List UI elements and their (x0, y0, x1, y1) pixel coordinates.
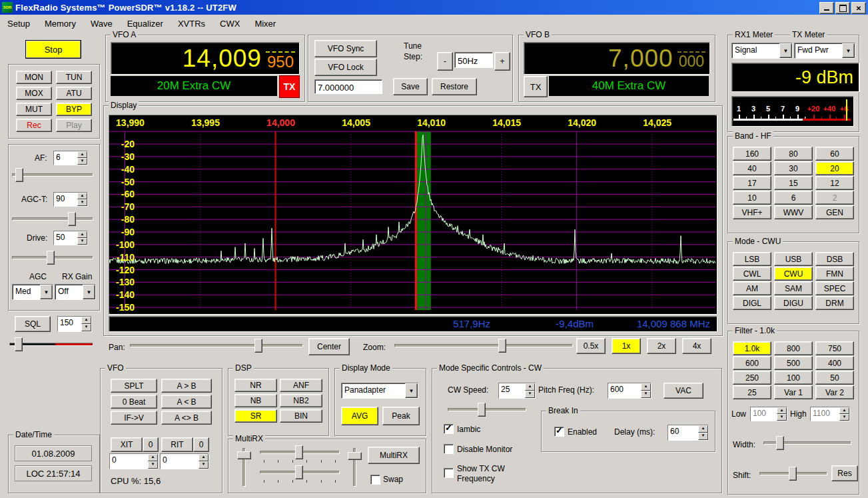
slider-thumb[interactable] (776, 436, 784, 450)
slider-thumb[interactable] (254, 339, 262, 353)
multirx-sub-volume-slider[interactable] (348, 448, 361, 487)
vfo-button-a-b[interactable]: A > B (161, 379, 212, 393)
mode-button-digl[interactable]: DIGL (733, 296, 771, 310)
mode-button-spec[interactable]: SPEC (815, 281, 854, 295)
filter-shift-slider[interactable] (759, 467, 827, 480)
mode-button-fmn[interactable]: FMN (815, 267, 854, 281)
mode-button-dsb[interactable]: DSB (815, 252, 854, 266)
band-button-2[interactable]: 2 (815, 191, 854, 205)
chevron-down-icon[interactable]: ▼ (40, 285, 53, 299)
title-bar[interactable]: SDR FlexRadio Systems™ PowerSDR™ v1.18.2… (0, 0, 868, 15)
menu-setup[interactable]: Setup (0, 17, 37, 31)
transport-button-byp[interactable]: BYP (56, 103, 92, 116)
memory-frequency-input[interactable] (314, 79, 382, 94)
menu-mixer[interactable]: Mixer (247, 17, 283, 31)
sql-stepper[interactable]: 150▲▼ (57, 316, 92, 332)
vfo-button-a-b[interactable]: A < B (161, 395, 212, 409)
filter-button-750[interactable]: 750 (815, 341, 854, 355)
restore-button[interactable]: Restore (432, 78, 477, 95)
zoom-button-0.5x[interactable]: 0.5x (576, 338, 606, 354)
slider-thumb[interactable] (295, 465, 303, 479)
slider-track[interactable] (12, 173, 93, 177)
af-slider[interactable] (12, 168, 93, 181)
vfoa-tx-indicator[interactable]: TX (279, 75, 300, 98)
pitch-freq-stepper[interactable]: 600▲▼ (608, 383, 651, 399)
multirx-button[interactable]: MultiRX (368, 447, 420, 464)
pan-slider[interactable] (130, 339, 303, 352)
slider-track[interactable] (12, 217, 93, 221)
dsp-button-sr[interactable]: SR (234, 409, 277, 423)
slider-thumb[interactable] (789, 467, 797, 481)
filter-button-1.0k[interactable]: 1.0k (733, 341, 771, 355)
mode-button-am[interactable]: AM (733, 281, 771, 295)
sql-button[interactable]: SQL (15, 316, 51, 332)
vfo-lock-button[interactable]: VFO Lock (314, 59, 377, 76)
break-in-enabled-checkbox[interactable] (554, 427, 564, 437)
dsp-button-anf[interactable]: ANF (280, 379, 322, 392)
dsp-button-bin[interactable]: BIN (280, 409, 322, 423)
rit-stepper[interactable]: 0▲▼ (160, 453, 209, 469)
filter-button-400[interactable]: 400 (815, 356, 854, 370)
filter-button-50[interactable]: 50 (815, 371, 854, 385)
band-button-160[interactable]: 160 (733, 147, 771, 161)
af-stepper[interactable]: 6▲▼ (53, 151, 88, 165)
band-button-15[interactable]: 15 (774, 176, 813, 190)
band-button-80[interactable]: 80 (774, 147, 813, 161)
chevron-down-icon[interactable]: ▼ (842, 43, 855, 58)
xit-button[interactable]: XIT (111, 437, 143, 452)
tune-step-up-button[interactable]: + (494, 52, 510, 71)
swap-checkbox[interactable] (370, 475, 380, 485)
vfo-sync-button[interactable]: VFO Sync (314, 40, 377, 57)
filter-button-var-2[interactable]: Var 2 (815, 385, 854, 399)
vfoa-frequency-display[interactable]: 14,009 950 (111, 42, 300, 75)
slider-thumb[interactable] (498, 339, 506, 353)
filter-low-stepper[interactable]: 100▲▼ (750, 407, 787, 421)
delay-stepper[interactable]: 60▲▼ (667, 425, 709, 441)
band-button-10[interactable]: 10 (733, 191, 771, 205)
vfob-frequency-display[interactable]: 7,000 000 (524, 42, 710, 75)
cw-speed-slider[interactable] (448, 403, 526, 416)
chevron-down-icon[interactable]: ▼ (83, 285, 95, 299)
menu-equalizer[interactable]: Equalizer (120, 17, 171, 31)
show-tx-cw-checkbox[interactable] (444, 468, 454, 478)
dsp-button-nb[interactable]: NB (234, 394, 277, 407)
mode-button-usb[interactable]: USB (774, 252, 813, 266)
slider-thumb[interactable] (237, 451, 251, 459)
menu-cwx[interactable]: CWX (213, 17, 247, 31)
minimize-button[interactable] (819, 2, 834, 14)
zoom-button-1x[interactable]: 1x (612, 338, 641, 354)
dsp-button-nb2[interactable]: NB2 (280, 394, 322, 407)
filter-shift-reset-button[interactable]: Res (831, 465, 858, 481)
vfo-button-splt[interactable]: SPLT (111, 379, 157, 393)
vfo-button-if-v[interactable]: IF->V (111, 411, 157, 425)
band-button-60[interactable]: 60 (815, 147, 854, 161)
band-button-vhf+[interactable]: VHF+ (733, 205, 771, 219)
transport-button-tun[interactable]: TUN (56, 71, 92, 84)
slider-thumb[interactable] (47, 251, 55, 265)
menu-memory[interactable]: Memory (37, 17, 83, 31)
band-button-gen[interactable]: GEN (815, 205, 854, 219)
menu-xvtrs[interactable]: XVTRs (171, 17, 213, 31)
zoom-button-4x[interactable]: 4x (682, 338, 711, 354)
band-button-30[interactable]: 30 (774, 161, 813, 175)
filter-high-stepper[interactable]: 1100▲▼ (810, 407, 850, 421)
transport-button-mut[interactable]: MUT (16, 103, 52, 116)
center-button[interactable]: Center (308, 338, 350, 355)
close-button[interactable]: ✕ (851, 2, 866, 14)
transport-button-mon[interactable]: MON (16, 71, 52, 84)
display-mode-select[interactable]: Panadapter▼ (341, 383, 418, 399)
agc-select[interactable]: Med▼ (12, 284, 53, 300)
slider-thumb[interactable] (68, 212, 76, 226)
multirx-pan2-slider[interactable] (260, 465, 340, 479)
tune-step-down-button[interactable]: - (437, 52, 453, 71)
sql-slider[interactable] (9, 337, 93, 351)
iambic-checkbox[interactable] (444, 424, 454, 434)
rit-button[interactable]: RIT (161, 437, 193, 452)
transport-button-play[interactable]: Play (56, 119, 92, 132)
rx1-meter-select[interactable]: Signal▼ (731, 43, 793, 59)
slider-thumb[interactable] (15, 337, 23, 351)
filter-button-500[interactable]: 500 (774, 356, 813, 370)
chevron-down-icon[interactable]: ▼ (405, 383, 418, 398)
filter-button-800[interactable]: 800 (774, 341, 813, 355)
cw-speed-stepper[interactable]: 25▲▼ (498, 383, 536, 399)
